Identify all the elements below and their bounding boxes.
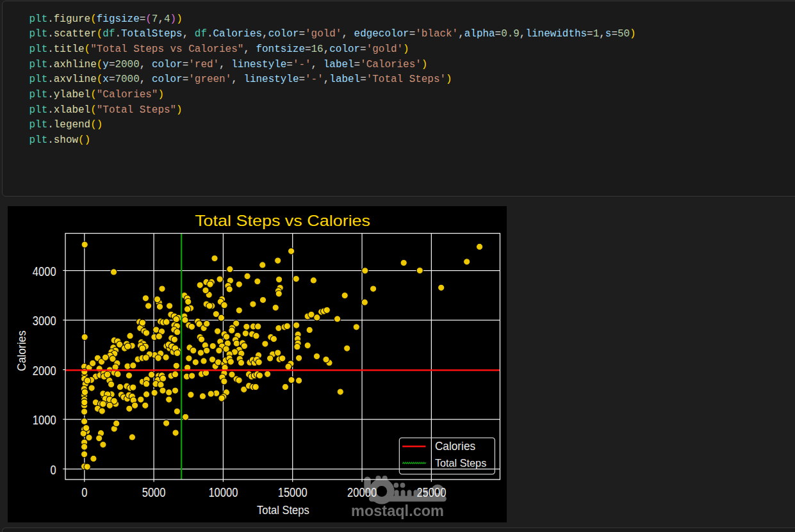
svg-text:0: 0 <box>81 485 87 499</box>
svg-text:Calories: Calories <box>435 440 475 453</box>
svg-text:4000: 4000 <box>33 265 56 279</box>
svg-text:Total Steps: Total Steps <box>257 503 309 517</box>
svg-text:Calories: Calories <box>15 330 28 371</box>
svg-text:mostaql.com: mostaql.com <box>351 503 444 519</box>
svg-text:25000: 25000 <box>416 485 446 499</box>
svg-text:1000: 1000 <box>33 414 56 428</box>
svg-text:0: 0 <box>50 463 56 478</box>
svg-text:Total Steps vs Calories: Total Steps vs Calories <box>195 213 370 230</box>
svg-text:5000: 5000 <box>142 485 166 499</box>
svg-text:15000: 15000 <box>278 485 307 499</box>
svg-text:3000: 3000 <box>33 314 56 328</box>
svg-text:Total Steps: Total Steps <box>435 456 486 469</box>
svg-text:2000: 2000 <box>33 364 56 378</box>
svg-text:20000: 20000 <box>347 485 377 499</box>
svg-text:10000: 10000 <box>208 485 238 499</box>
